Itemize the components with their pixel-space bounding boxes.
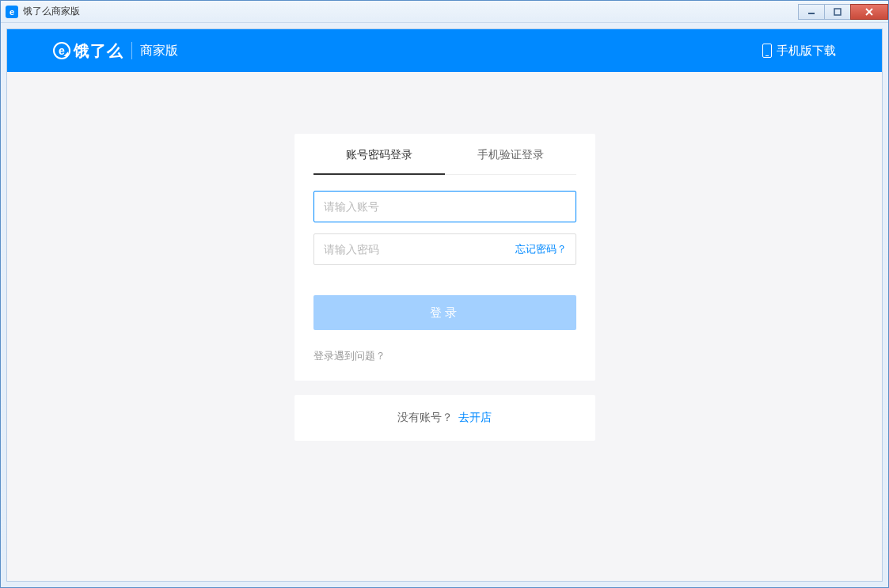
brand: e 饿了么 商家版 (53, 40, 178, 62)
window-title: 饿了么商家版 (23, 5, 80, 18)
register-card: 没有账号？ 去开店 (294, 395, 595, 441)
app-header: e 饿了么 商家版 手机版下载 (7, 29, 882, 72)
tab-sms-label: 手机验证登录 (477, 148, 544, 161)
mobile-download-link[interactable]: 手机版下载 (762, 44, 836, 59)
login-form: 忘记密码？ 登录 登录遇到问题？ (313, 191, 576, 363)
window-controls (799, 4, 888, 20)
close-button[interactable] (850, 4, 888, 20)
register-link[interactable]: 去开店 (458, 411, 492, 423)
brand-logo-icon: e (53, 42, 70, 59)
brand-divider (131, 42, 132, 59)
tab-password-login[interactable]: 账号密码登录 (313, 134, 445, 175)
mobile-download-label: 手机版下载 (777, 44, 836, 59)
password-input-wrap: 忘记密码？ (313, 233, 576, 265)
account-input-wrap (313, 191, 576, 222)
main-area: 账号密码登录 手机验证登录 忘记密码？ (7, 72, 882, 581)
tab-password-label: 账号密码登录 (346, 148, 412, 161)
tab-sms-login[interactable]: 手机验证登录 (445, 134, 576, 175)
minimize-icon (807, 8, 815, 16)
app-window: e 饿了么商家版 e 饿了么 (0, 0, 889, 588)
content-inner: e 饿了么 商家版 手机版下载 账号密码登录 (6, 28, 883, 582)
phone-icon (762, 44, 772, 58)
app-icon: e (6, 6, 18, 18)
brand-name: 饿了么 (74, 40, 123, 62)
login-trouble-link[interactable]: 登录遇到问题？ (313, 349, 576, 363)
brand-logo: e 饿了么 (53, 40, 123, 62)
brand-subtitle: 商家版 (140, 43, 178, 59)
maximize-button[interactable] (824, 4, 851, 20)
register-prompt: 没有账号？ (397, 411, 453, 423)
account-input[interactable] (313, 191, 576, 222)
svg-rect-1 (834, 9, 841, 15)
login-button[interactable]: 登录 (313, 295, 576, 330)
forgot-password-link[interactable]: 忘记密码？ (515, 242, 567, 256)
minimize-button[interactable] (798, 4, 825, 20)
maximize-icon (834, 8, 842, 16)
titlebar-left: e 饿了么商家版 (6, 5, 80, 18)
login-tabs: 账号密码登录 手机验证登录 (313, 134, 576, 175)
window-titlebar: e 饿了么商家版 (1, 1, 888, 23)
login-card: 账号密码登录 手机验证登录 忘记密码？ (294, 134, 595, 381)
content-frame: e 饿了么 商家版 手机版下载 账号密码登录 (1, 23, 888, 587)
close-icon (864, 8, 874, 16)
